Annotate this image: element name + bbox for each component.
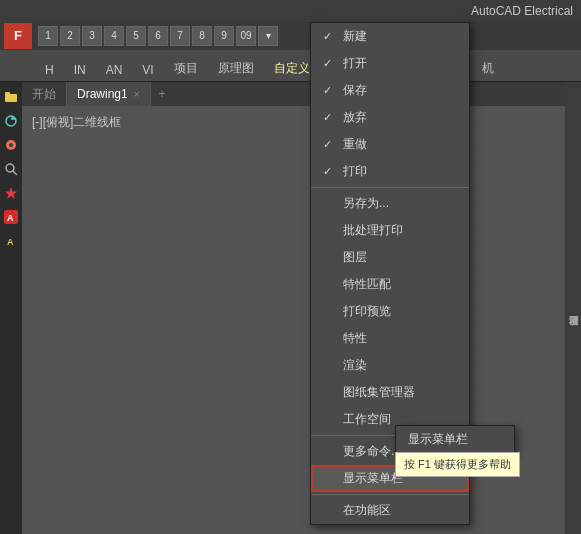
menu-item-save[interactable]: ✓ 保存: [311, 77, 469, 104]
svg-text:A: A: [7, 213, 14, 223]
toolbar-btn-3[interactable]: 3: [82, 26, 102, 46]
toolbar-btn-6[interactable]: 6: [148, 26, 168, 46]
right-side-panel: 项目管理器: [565, 82, 581, 534]
submenu-popup: 显示菜单栏: [395, 425, 515, 454]
tab-schematic[interactable]: 原理图: [208, 56, 264, 81]
side-icon-firefox[interactable]: [2, 136, 20, 154]
svg-rect-1: [5, 92, 10, 95]
check-icon-print: ✓: [323, 165, 337, 178]
menu-item-print[interactable]: ✓ 打印: [311, 158, 469, 185]
tab-an[interactable]: AN: [96, 59, 133, 81]
check-icon-save: ✓: [323, 84, 337, 97]
tab-h[interactable]: H: [35, 59, 64, 81]
check-icon-open: ✓: [323, 57, 337, 70]
menu-item-match[interactable]: 特性匹配: [311, 271, 469, 298]
toolbar-btn-1[interactable]: 1: [38, 26, 58, 46]
tab-close-drawing1[interactable]: ×: [134, 89, 140, 100]
toolbar-btn-9[interactable]: 9: [214, 26, 234, 46]
ribbon-area: F 1 2 3 4 5 6 7 8 9 09 ▾ H IN AN VI 项目 原…: [0, 22, 581, 82]
tab-start[interactable]: 开始: [22, 82, 67, 106]
left-side-panel: A A: [0, 82, 22, 534]
menu-item-properties[interactable]: 特性: [311, 325, 469, 352]
check-icon-redo: ✓: [323, 138, 337, 151]
check-icon-new: ✓: [323, 30, 337, 43]
menu-item-layers[interactable]: 图层: [311, 244, 469, 271]
menu-item-redo[interactable]: ✓ 重做: [311, 131, 469, 158]
side-icon-adobe[interactable]: A: [2, 208, 20, 226]
svg-line-6: [13, 171, 17, 175]
svg-point-5: [6, 164, 14, 172]
menu-item-in-ribbon[interactable]: 在功能区: [311, 497, 469, 524]
toolbar-btn-7[interactable]: 7: [170, 26, 190, 46]
ribbon-tabs: H IN AN VI 项目 原理图 自定义快速访问工具栏 输出数据 机: [0, 50, 581, 81]
side-icon-star[interactable]: [2, 184, 20, 202]
toolbar-btn-4[interactable]: 4: [104, 26, 124, 46]
tooltip-box: 按 F1 键获得更多帮助: [395, 452, 520, 477]
separator-3: [311, 494, 469, 495]
toolbar-btn-10[interactable]: 09: [236, 26, 256, 46]
svg-rect-0: [5, 94, 17, 102]
menu-item-new[interactable]: ✓ 新建: [311, 23, 469, 50]
svg-marker-7: [5, 187, 17, 199]
submenu-item-show-menubar[interactable]: 显示菜单栏: [396, 426, 514, 453]
side-icon-app[interactable]: A: [2, 232, 20, 250]
check-icon-discard: ✓: [323, 111, 337, 124]
menu-item-discard[interactable]: ✓ 放弃: [311, 104, 469, 131]
side-icon-search[interactable]: [2, 160, 20, 178]
doc-tabs: 开始 Drawing1 × +: [22, 82, 565, 106]
tab-machine[interactable]: 机: [472, 56, 504, 81]
menu-item-render[interactable]: 渲染: [311, 352, 469, 379]
menu-item-open[interactable]: ✓ 打开: [311, 50, 469, 77]
side-icon-refresh[interactable]: [2, 112, 20, 130]
tab-project[interactable]: 项目: [164, 56, 208, 81]
menu-item-saveas[interactable]: 另存为...: [311, 190, 469, 217]
canvas-view-label: [-][俯视]二维线框: [32, 114, 121, 131]
toolbar-btn-8[interactable]: 8: [192, 26, 212, 46]
title-bar: AutoCAD Electrical: [0, 0, 581, 22]
tab-in[interactable]: IN: [64, 59, 96, 81]
app-title: AutoCAD Electrical: [471, 4, 573, 18]
side-icon-folder[interactable]: [2, 88, 20, 106]
toolbar-btn-5[interactable]: 5: [126, 26, 146, 46]
svg-text:A: A: [7, 237, 14, 247]
separator-1: [311, 187, 469, 188]
menu-item-sheetset[interactable]: 图纸集管理器: [311, 379, 469, 406]
svg-point-2: [6, 116, 16, 126]
ribbon-top: F 1 2 3 4 5 6 7 8 9 09 ▾: [0, 22, 581, 50]
svg-point-4: [9, 143, 13, 147]
tab-vi[interactable]: VI: [132, 59, 163, 81]
app-button[interactable]: F: [4, 23, 32, 49]
tooltip-text: 按 F1 键获得更多帮助: [404, 458, 511, 470]
toolbar-btn-expand[interactable]: ▾: [258, 26, 278, 46]
menu-item-preview[interactable]: 打印预览: [311, 298, 469, 325]
toolbar-btn-2[interactable]: 2: [60, 26, 80, 46]
tab-drawing1[interactable]: Drawing1 ×: [67, 82, 151, 106]
menu-item-batch-print[interactable]: 批处理打印: [311, 217, 469, 244]
tab-add-button[interactable]: +: [151, 82, 174, 106]
